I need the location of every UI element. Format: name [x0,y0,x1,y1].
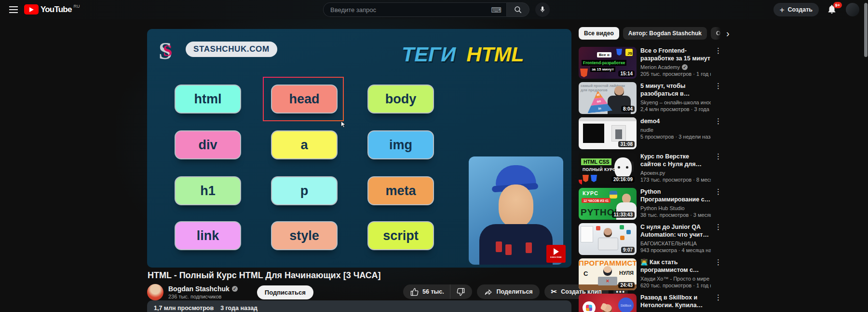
channel-label: Skyeng – онлайн-школа иностранных … [640,99,711,105]
related-video-item[interactable]: КУРС 12 ЧАСОВ ИЗ 41 PYTHON 11:33:43 Pyth… [579,188,721,220]
css-shield-icon [616,49,622,56]
related-video-title: 👨‍💻 Как стать программистом с нуля? Без … [640,258,711,274]
related-video-item[interactable]: 31:08 demo4 nudle 5 просмотров · 3 недел… [579,117,721,149]
channel-label: БАГОИСКАТЕЛЬНИЦА [640,241,697,246]
stashchuk-monogram-logo: S S [159,38,183,63]
account-avatar[interactable] [846,3,859,16]
duration-badge: 8:04 [621,106,635,112]
country-code-label: RU [74,4,80,9]
related-video-item[interactable]: HTML CSS ПОЛНЫЙ КУРС 20:16:09 Курс по Ве… [579,153,721,184]
related-video-meta: 38 тыс. просмотров · 3 месяца назад [640,212,711,218]
filter-chips: Все видео Автор: Bogdan Stashchuk Обуче … [579,27,721,40]
video-menu-button[interactable]: ⋮ [715,153,721,184]
related-video-channel: Merion Academy✓ [640,64,711,70]
scissors-icon: ✂ [551,287,557,296]
voice-search-button[interactable] [535,2,550,17]
youtube-play-icon [24,4,39,14]
keyboard-icon[interactable]: ⌨ [491,6,502,14]
thumb-text: HTML CSS [581,158,611,165]
chip-education[interactable]: Обуче [711,27,721,40]
channel-name-label: Bogdan Stashchuk [168,285,230,293]
description-box[interactable]: 1,7 млн просмотров 3 года назад [147,300,571,312]
related-video-title: Курс по Верстке сайтов с Нуля для Начина… [640,153,711,168]
search-area: ⌨ [323,2,550,17]
related-video-channel: nudle [640,127,711,133]
video-thumbnail[interactable]: HTML CSS ПОЛНЫЙ КУРС 20:16:09 [579,153,637,184]
video-menu-button[interactable]: ⋮ [715,82,721,114]
monogram-inner: S [163,42,172,59]
video-menu-button[interactable]: ⋮ [715,294,721,312]
related-video-item[interactable]: самый простой лайфхак для предлогов at o… [579,82,721,114]
shirt-letter-shape [505,244,512,255]
create-button[interactable]: + Создать [773,3,819,16]
thumb-black-block [583,124,604,143]
verified-badge-icon: ✓ [232,286,238,292]
thumb-badge: 12 ЧАСОВ ИЗ 41 [582,198,610,203]
thumb-text: НУЛЯ [619,270,634,276]
brand-pill: STASHCHUK.COM [186,42,277,57]
related-video-meta: 620 тыс. просмотров · 1 год назад [640,283,711,288]
subscribe-watermark[interactable]: SUBSCRIBE [546,245,566,263]
search-button[interactable] [506,2,529,17]
video-menu-button[interactable]: ⋮ [715,117,721,149]
dislike-button[interactable] [450,284,472,299]
thumb-app-icon [626,230,631,234]
chip-author[interactable]: Автор: Bogdan Stashchuk [623,27,707,40]
like-button[interactable]: 56 тыс. [403,284,450,299]
video-player[interactable]: S S STASHCHUK.COM ТЕГИ HTML html head bo… [147,29,571,268]
video-thumbnail[interactable]: 31:08 [579,117,637,149]
video-info: С нуля до Junior QA Automation: что учит… [640,223,711,255]
video-thumbnail[interactable]: JS Все о Frontend-разработке за 15 минут… [579,47,637,79]
video-menu-button[interactable]: ⋮ [715,258,721,290]
page-scrollbar[interactable] [864,0,868,312]
share-button[interactable]: Поделиться [477,284,540,299]
video-thumbnail[interactable]: Skillbox [579,294,637,312]
thumb-person [603,266,612,276]
youtube-logo[interactable]: YouTube RU [24,3,80,16]
related-video-item[interactable]: JS Все о Frontend-разработке за 15 минут… [579,47,721,79]
video-thumbnail[interactable]: ПРОГРАММИСТ С НУЛЯ ✕ 24:43 [579,258,637,290]
thumb-window [581,226,593,242]
subscribe-button[interactable]: Подписаться [257,285,313,299]
related-video-channel: Python Hub Studio [640,205,711,211]
js-logo: JS [625,49,633,56]
thumb-text: ПОЛНЫЙ КУРС [583,167,616,172]
video-info: 👨‍💻 Как стать программистом с нуля? Без … [640,258,711,290]
channel-text: Bogdan Stashchuk ✓ 236 тыс. подписчиков [168,285,238,299]
video-menu-button[interactable]: ⋮ [715,223,721,255]
description-summary: 1,7 млн просмотров 3 года назад [154,305,565,312]
duration-badge: 15:14 [618,71,635,77]
channel-name[interactable]: Bogdan Stashchuk ✓ [168,285,238,293]
video-menu-button[interactable]: ⋮ [715,188,721,220]
chip-all-videos[interactable]: Все видео [579,27,619,40]
thumb-person [622,194,631,203]
related-video-title: Python Программирование с Нуля! Полный К… [640,188,711,203]
search-input[interactable] [330,6,491,14]
notifications-button[interactable]: 9+ [827,4,838,15]
video-info: Все о Frontend-разработке за 15 минут Me… [640,47,711,79]
video-tag-html: html [175,85,241,113]
video-thumbnail[interactable]: самый простой лайфхак для предлогов at o… [579,82,637,114]
html-shield-icon [580,69,588,77]
video-tag-script: script [367,221,434,250]
upload-age: 3 года назад [220,305,258,312]
chips-next-arrow[interactable]: › [726,28,730,38]
video-thumbnail[interactable]: 9:07 [579,223,637,255]
share-icon [484,287,493,297]
verified-badge-icon: ✓ [682,64,688,70]
video-menu-button[interactable]: ⋮ [715,47,721,79]
head-tag-selection-box [263,77,344,121]
related-video-item[interactable]: ПРОГРАММИСТ С НУЛЯ ✕ 24:43 👨‍💻 Как стать… [579,258,721,290]
duration-badge: 24:43 [618,282,635,288]
video-thumbnail[interactable]: КУРС 12 ЧАСОВ ИЗ 41 PYTHON 11:33:43 [579,188,637,220]
scrollbar-thumb[interactable] [864,3,868,57]
share-label: Поделиться [497,288,533,295]
related-video-item[interactable]: Skillbox Развод в Skillbox и Нетологии. … [579,294,721,312]
thumb-person [604,228,612,237]
video-title: HTML - Полный Курс HTML Для Начинающих [… [148,270,572,281]
thumb-app-icon [596,226,600,230]
related-video-item[interactable]: 9:07 С нуля до Junior QA Automation: что… [579,223,721,255]
channel-avatar[interactable] [147,284,163,300]
hamburger-menu-icon[interactable] [8,4,19,15]
video-tag-link: link [175,221,241,250]
